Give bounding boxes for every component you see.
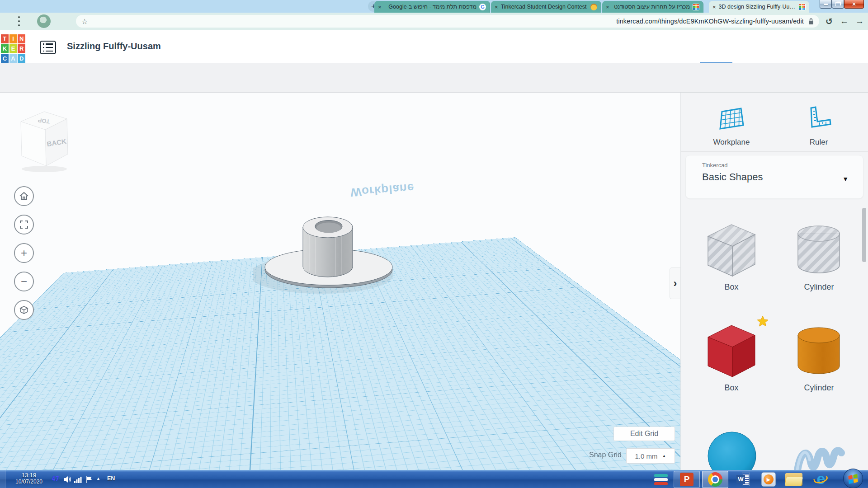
tab-close-icon[interactable]: × [495,4,498,10]
panel-collapse-button[interactable]: › [670,267,680,299]
browser-menu-icon[interactable] [18,16,21,26]
address-bar[interactable]: ☆ tinkercad.com/things/dcE9KmKOhGW-sizzl… [76,15,819,28]
zoom-out-button[interactable]: − [14,272,34,291]
shape-label: Box [704,282,759,292]
clock-time: 13:19 [8,472,50,479]
clock-date: 10/07/2020 [8,479,50,485]
fit-view-button[interactable] [14,215,34,235]
perspective-icon [19,305,29,315]
url-text[interactable]: tinkercad.com/things/dcE9KmKOhGW-sizzlin… [616,18,804,25]
lock-icon[interactable] [808,18,814,25]
panel-divider [681,151,868,152]
home-view-button[interactable] [14,186,34,206]
view-cube[interactable]: TOP BACK [16,107,71,173]
tab-student-contest-hebrew[interactable]: × מכריז על תחרות עיצוב הסטודנט [602,1,703,13]
snap-grid-label: Snap Grid [565,451,622,459]
logo-letter: E [9,44,17,53]
reload-icon[interactable]: ↺ [826,16,833,27]
logo-letter: K [1,44,9,53]
taskbar-word[interactable]: W [732,471,754,488]
media-player-icon: ▶ [761,472,776,487]
taskbar-bluestacks[interactable] [650,471,672,488]
tab-design-contest[interactable]: × Tinkercad Student Design Contest [491,1,601,13]
cylinder-striped-icon [793,220,845,279]
box-red-icon [704,321,759,380]
ruler-tool[interactable]: Ruler [787,105,850,147]
shape-box-transparent[interactable]: Box [704,220,759,292]
window-restore-button[interactable] [832,0,844,9]
zoom-out-icon: − [21,275,27,288]
edit-grid-button[interactable]: Edit Grid [613,427,675,441]
snap-grid-value: 1.0 mm [635,452,658,460]
taskbar-internet-explorer[interactable]: e [809,471,833,488]
tab-title: מדפסת תלת מימד - חיפוש ב-Google [384,4,476,10]
start-button[interactable] [842,471,864,488]
shape-label: Cylinder [793,282,845,292]
tinkercad-favicon-icon [693,4,699,10]
bluestacks-icon [654,473,668,486]
viewport-3d[interactable]: Workplane TOP BACK [0,93,680,470]
bookmark-star-icon[interactable]: ☆ [81,17,88,26]
emoji-favicon-icon [590,4,597,10]
design-title[interactable]: Sizzling Fulffy-Uusam [67,41,161,52]
edit-toolbar: Import Export Send To [0,63,868,93]
shape-cylinder-transparent[interactable]: Cylinder [793,220,845,292]
restore-icon [835,2,840,6]
show-desktop-button[interactable] [0,470,5,488]
box-striped-icon [704,220,759,279]
network-signal-icon[interactable] [74,476,83,483]
ruler-tool-label: Ruler [787,138,850,147]
volume-icon[interactable] [63,476,71,483]
logo-letter: C [1,54,9,63]
snap-grid-dropdown[interactable]: 1.0 mm ▲ [626,448,675,464]
perspective-toggle-button[interactable] [14,300,34,320]
shape-sphere-blue[interactable] [707,431,757,470]
panel-scrollbar[interactable] [862,208,866,262]
tab-close-icon[interactable]: × [378,4,382,10]
ruler-tool-icon [805,105,833,132]
powerpoint-icon: P [680,473,693,486]
window-close-button[interactable]: × [844,0,864,9]
start-orb-icon [843,469,863,488]
taskbar-file-explorer[interactable] [782,471,806,488]
browser-tab-strip: + × מדפסת תלת מימד - חיפוש ב-Google G × … [0,0,868,13]
tinkercad-logo[interactable]: T I N K E R C A D [1,34,25,63]
tab-title: מכריז על תחרות עיצוב הסטודנט [612,4,690,10]
tinkercad-favicon-icon [799,4,806,10]
tab-google-search[interactable]: × מדפסת תלת מימד - חיפוש ב-Google G [374,1,490,13]
shape-library-dropdown[interactable]: Tinkercad Basic Shapes ▼ [685,155,863,199]
taskbar-chrome[interactable] [702,471,728,488]
google-favicon-icon: G [479,4,486,10]
tab-close-icon[interactable]: × [712,4,716,10]
tinkercad-header: T I N K E R C A D Sizzling Fulffy-Uusam [0,30,868,63]
logo-letter: N [18,34,25,43]
zoom-in-button[interactable]: + [14,243,34,263]
shape-cylinder-orange[interactable]: Cylinder [793,321,845,393]
home-icon [19,191,29,201]
shape-scribble[interactable] [792,434,846,470]
window-minimize-button[interactable] [820,0,832,9]
taskbar: 13:19 10/07/2020 47 ▲ EN P W [0,470,868,488]
taskbar-powerpoint[interactable]: P [674,471,700,488]
logo-letter: D [18,54,25,63]
chevron-right-icon: › [674,277,677,290]
design-menu-icon[interactable] [40,41,56,54]
action-center-flag-icon[interactable] [86,476,93,483]
tab-close-icon[interactable]: × [606,4,609,10]
workplane-tool[interactable]: Workplane [700,105,763,147]
close-icon: × [852,1,856,7]
shapes-panel: Workplane Ruler Tinkercad Basic Shapes ▼ [680,93,868,470]
tray-counter[interactable]: 47 [52,475,59,482]
language-indicator[interactable]: EN [107,475,115,482]
forward-icon[interactable]: → [855,16,864,26]
model-tube-on-disc[interactable] [253,203,407,294]
back-icon[interactable]: ← [840,16,849,26]
taskbar-media-player[interactable]: ▶ [758,471,779,488]
favorite-star-icon[interactable] [756,315,769,328]
taskbar-clock[interactable]: 13:19 10/07/2020 [8,472,50,485]
show-hidden-icons[interactable]: ▲ [96,476,100,481]
cylinder-orange-icon [793,321,845,380]
tab-3d-design-active[interactable]: × 3D design Sizzling Fulffy-Uusam [709,1,809,13]
shape-box-red[interactable]: Box [704,321,759,393]
profile-avatar[interactable] [37,14,51,28]
